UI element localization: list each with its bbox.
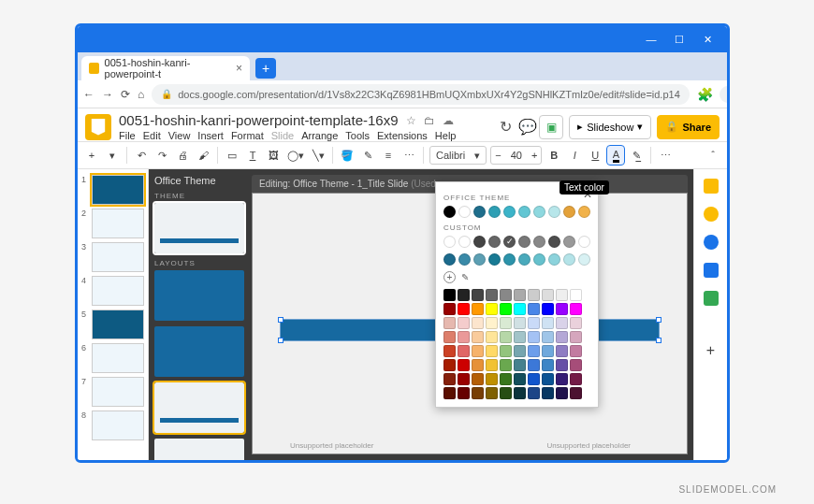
color-swatch[interactable] [458,331,470,343]
highlight-color-button[interactable]: ✎̲ [628,146,645,165]
color-swatch[interactable] [570,331,582,343]
slide-thumb[interactable] [92,343,144,373]
color-swatch[interactable] [542,303,554,315]
color-swatch[interactable] [514,289,526,301]
comments-icon[interactable]: 💬 [518,118,533,136]
color-swatch[interactable] [500,289,512,301]
font-selector[interactable]: Calibri ▾ [429,146,487,165]
color-swatch[interactable] [458,387,470,399]
color-swatch[interactable] [548,206,560,218]
cloud-status-icon[interactable]: ☁ [443,114,454,127]
slide-thumb[interactable] [92,276,144,306]
color-swatch[interactable] [514,345,526,357]
back-icon[interactable]: ← [83,88,94,101]
color-swatch[interactable] [443,387,456,399]
color-swatch[interactable] [570,345,582,357]
color-swatch[interactable] [548,236,560,248]
color-swatch[interactable] [514,317,526,329]
color-swatch[interactable] [500,303,512,315]
color-swatch[interactable] [472,317,484,329]
color-swatch[interactable] [503,236,516,248]
theme-master-thumb[interactable] [154,203,244,253]
color-swatch[interactable] [458,253,471,266]
menu-view[interactable]: View [168,130,191,141]
color-swatch[interactable] [458,359,470,371]
color-swatch[interactable] [472,303,484,315]
underline-button[interactable]: U [587,146,603,165]
color-swatch[interactable] [473,206,486,218]
color-swatch[interactable] [528,317,540,329]
color-swatch[interactable] [542,359,554,371]
undo-button[interactable]: ↶ [133,146,150,165]
color-swatch[interactable] [570,387,582,399]
color-swatch[interactable] [528,373,540,385]
border-color-button[interactable]: ✎ [359,146,376,165]
color-swatch[interactable] [488,236,501,248]
color-swatch[interactable] [443,373,456,385]
color-swatch[interactable] [458,317,470,329]
color-swatch[interactable] [563,253,575,266]
menu-arrange[interactable]: Arrange [301,130,338,141]
color-swatch[interactable] [556,303,568,315]
color-swatch[interactable] [570,303,582,315]
border-dash-button[interactable]: ⋯ [400,146,417,165]
color-swatch[interactable] [528,331,540,343]
extensions-icon[interactable]: 🧩 [697,87,712,102]
hide-menus-button[interactable]: ˆ [705,146,721,165]
star-icon[interactable]: ☆ [406,114,416,127]
color-swatch[interactable] [500,359,512,371]
color-swatch[interactable] [556,359,568,371]
color-swatch[interactable] [472,331,484,343]
color-swatch[interactable] [528,345,540,357]
profile-button[interactable]: Guest [720,86,730,103]
color-swatch[interactable] [486,359,498,371]
color-swatch[interactable] [570,373,582,385]
layout-thumb[interactable] [154,326,244,377]
color-swatch[interactable] [514,387,526,399]
color-swatch[interactable] [458,206,471,218]
color-swatch[interactable] [473,236,486,248]
select-tool[interactable]: ▭ [224,146,240,165]
slideshow-button[interactable]: ▸ Slideshow ▾ [569,115,651,139]
color-swatch[interactable] [500,373,512,385]
menu-format[interactable]: Format [231,130,264,141]
history-icon[interactable]: ↻ [498,118,513,136]
color-swatch[interactable] [556,317,568,329]
slide-thumb[interactable] [92,175,144,205]
slides-logo-icon[interactable] [85,114,111,140]
color-swatch[interactable] [556,345,568,357]
reload-icon[interactable]: ⟳ [121,88,130,101]
color-swatch[interactable] [514,373,526,385]
slide-thumb[interactable] [92,410,144,440]
color-swatch[interactable] [542,289,554,301]
color-swatch[interactable] [578,206,590,218]
fill-color-button[interactable]: 🪣 [339,146,356,165]
color-swatch[interactable] [443,359,456,371]
menu-extensions[interactable]: Extensions [377,130,428,141]
color-swatch[interactable] [514,303,526,315]
menu-help[interactable]: Help [435,130,457,141]
color-swatch[interactable] [488,206,501,218]
color-swatch[interactable] [472,289,484,301]
tasks-icon[interactable] [704,235,719,250]
more-tools-button[interactable]: ⋯ [657,146,674,165]
color-swatch[interactable] [528,359,540,371]
color-swatch[interactable] [486,317,498,329]
print-button[interactable]: 🖨 [174,146,191,165]
color-swatch[interactable] [472,345,484,357]
color-swatch[interactable] [528,303,540,315]
color-swatch[interactable] [443,331,456,343]
color-swatch[interactable] [443,253,456,266]
text-color-button[interactable]: A [607,146,624,165]
menu-slide[interactable]: Slide [271,130,294,141]
meet-button[interactable]: ▣ [539,115,563,139]
share-button[interactable]: 🔒 Share [657,115,720,139]
color-swatch[interactable] [443,345,456,357]
forward-icon[interactable]: → [102,88,113,101]
close-tab-icon[interactable]: × [236,62,242,75]
chevron-down-icon[interactable]: ▾ [104,146,121,165]
color-swatch[interactable] [542,317,554,329]
color-swatch[interactable] [473,253,486,266]
color-swatch[interactable] [542,387,554,399]
color-swatch[interactable] [443,236,456,248]
